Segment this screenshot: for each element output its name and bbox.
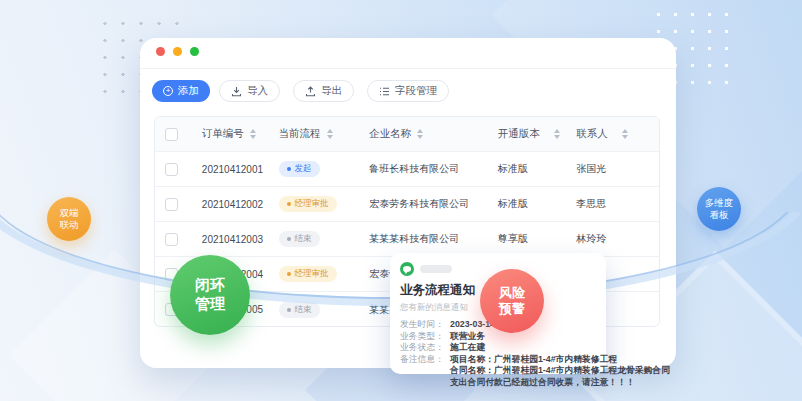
process-status-badge: 结束 (279, 231, 320, 247)
hero-illustration: + 添加 导入 导出 字段管理 (0, 0, 802, 401)
close-window-dot[interactable] (156, 47, 165, 56)
column-header-order: 订单编号 (202, 127, 244, 141)
export-icon (305, 86, 316, 97)
sort-control[interactable] (250, 129, 256, 139)
column-header-contact: 联系人 (576, 127, 608, 141)
sender-placeholder-bar (420, 265, 452, 273)
table-row[interactable]: 20210412002 经理审批 宏泰劳务科技有限公司 标准版 李思思 (155, 187, 659, 222)
export-button-label: 导出 (321, 84, 342, 98)
export-button[interactable]: 导出 (293, 80, 354, 102)
field-management-button-label: 字段管理 (395, 84, 437, 98)
order-number-cell: 20210412003 (189, 234, 266, 245)
field-label: 业务类型： (400, 331, 450, 343)
column-header-company: 企业名称 (369, 127, 411, 141)
import-button[interactable]: 导入 (219, 80, 280, 102)
table-toolbar: + 添加 导入 导出 字段管理 (152, 80, 462, 102)
add-button[interactable]: + 添加 (152, 80, 210, 102)
sort-control[interactable] (554, 129, 560, 139)
table-header-row: 订单编号 当前流程 企业名称 开通版本 联系人 (155, 117, 659, 152)
process-status-badge: 经理审批 (279, 196, 337, 212)
column-header-process: 当前流程 (279, 127, 321, 141)
process-status-badge: 发起 (279, 161, 320, 177)
contact-cell: 李思思 (563, 197, 659, 211)
contact-cell: 张国光 (563, 162, 659, 176)
field-value: 支出合同付款已经超过合同收票，请注意！！！ (450, 377, 635, 389)
process-status-badge: 结束 (279, 302, 320, 318)
table-row[interactable]: 20210412001 发起 鲁班长科技有限公司 标准版 张国光 (155, 152, 659, 187)
table-row[interactable]: 20210412003 结束 某某某科技有限公司 尊享版 林玲玲 (155, 222, 659, 257)
feature-badge-risk-alert: 风险 预警 (480, 269, 544, 333)
row-checkbox[interactable] (165, 163, 178, 176)
feature-badge-dual-link: 双端 联动 (47, 197, 91, 241)
field-label (400, 365, 450, 377)
row-checkbox[interactable] (165, 233, 178, 246)
window-header-divider (140, 68, 676, 69)
field-management-button[interactable]: 字段管理 (367, 80, 449, 102)
wechat-icon (400, 262, 414, 276)
field-label: 业务状态： (400, 342, 450, 354)
sort-control[interactable] (622, 129, 628, 139)
minimize-window-dot[interactable] (173, 47, 182, 56)
sort-control[interactable] (417, 129, 423, 139)
row-checkbox[interactable] (165, 198, 178, 211)
process-status-badge: 经理审批 (279, 266, 337, 282)
company-cell: 某某某科技有限公司 (356, 232, 484, 246)
maximize-window-dot[interactable] (190, 47, 199, 56)
order-number-cell: 20210412001 (189, 164, 266, 175)
order-number-cell: 20210412002 (189, 199, 266, 210)
feature-badge-dashboard: 多维度 看板 (697, 187, 741, 231)
version-cell: 标准版 (485, 162, 564, 176)
column-header-version: 开通版本 (498, 127, 540, 141)
version-cell: 尊享版 (485, 232, 564, 246)
sort-control[interactable] (327, 129, 333, 139)
import-button-label: 导入 (247, 84, 268, 98)
feature-badge-closed-loop: 闭环 管理 (170, 255, 250, 335)
field-value: 联营业务 (450, 331, 485, 343)
field-label (400, 377, 450, 389)
plus-circle-icon: + (163, 86, 173, 96)
select-all-checkbox[interactable] (165, 128, 178, 141)
field-value: 合同名称：广州碧桂园1-4#市内精装修工程龙骨采购合同 (450, 365, 670, 377)
version-cell: 标准版 (485, 197, 564, 211)
contact-cell: 林玲玲 (563, 232, 659, 246)
field-label: 备注信息： (400, 354, 450, 366)
import-icon (231, 86, 242, 97)
field-value: 项目名称：广州碧桂园1-4#市内精装修工程 (450, 354, 617, 366)
company-cell: 鲁班长科技有限公司 (356, 162, 484, 176)
list-settings-icon (379, 86, 390, 97)
field-value: 施工在建 (450, 342, 485, 354)
add-button-label: 添加 (178, 84, 199, 98)
field-label: 发生时间： (400, 319, 450, 331)
window-controls (156, 47, 199, 56)
company-cell: 宏泰劳务科技有限公司 (356, 197, 484, 211)
